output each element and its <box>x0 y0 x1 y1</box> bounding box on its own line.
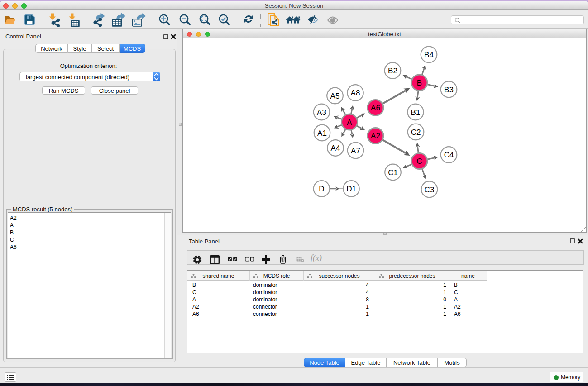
svg-text:B1: B1 <box>411 108 421 117</box>
svg-text:B4: B4 <box>424 51 434 59</box>
svg-text:A2: A2 <box>371 132 380 140</box>
svg-text:A7: A7 <box>351 147 360 155</box>
svg-text:A4: A4 <box>331 144 340 152</box>
svg-text:C1: C1 <box>388 168 398 177</box>
svg-text:C3: C3 <box>425 186 435 194</box>
svg-text:D: D <box>319 185 324 193</box>
svg-text:B: B <box>417 79 422 87</box>
svg-text:C2: C2 <box>411 128 421 137</box>
svg-text:B3: B3 <box>444 86 454 94</box>
svg-text:C: C <box>416 157 422 166</box>
svg-text:A1: A1 <box>317 129 327 138</box>
svg-text:A8: A8 <box>351 89 360 97</box>
svg-text:A: A <box>347 118 352 127</box>
svg-text:C4: C4 <box>444 151 454 159</box>
svg-text:D1: D1 <box>346 185 356 193</box>
svg-text:A6: A6 <box>371 104 380 112</box>
svg-text:A5: A5 <box>330 92 340 100</box>
svg-text:A3: A3 <box>317 108 326 117</box>
svg-text:B2: B2 <box>388 67 397 75</box>
